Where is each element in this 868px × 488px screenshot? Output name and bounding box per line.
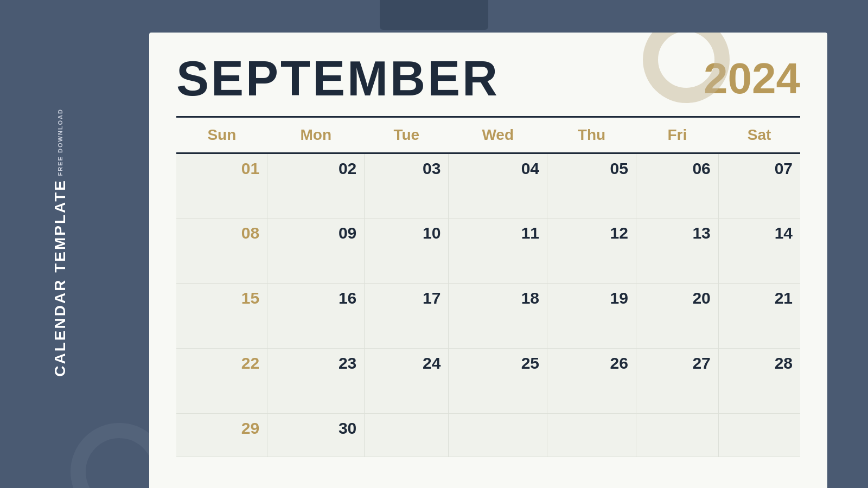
calendar-day-cell: 03 xyxy=(365,153,449,219)
calendar-day-cell: 07 xyxy=(718,153,800,219)
day-number: 17 xyxy=(372,289,441,307)
calendar-day-cell: 06 xyxy=(636,153,718,219)
day-number: 18 xyxy=(456,289,539,307)
day-number: 07 xyxy=(726,159,793,178)
calendar-week-row: 2930 xyxy=(176,414,800,457)
calendar-day-cell: 17 xyxy=(365,284,449,349)
calendar-day-cell: 19 xyxy=(547,284,636,349)
calendar-week-row: 15161718192021 xyxy=(176,284,800,349)
col-header-sun: Sun xyxy=(176,118,267,153)
col-header-mon: Mon xyxy=(267,118,365,153)
calendar-day-cell: 05 xyxy=(547,153,636,219)
day-number: 20 xyxy=(644,289,711,307)
calendar-day-cell: 21 xyxy=(718,284,800,349)
day-number: 28 xyxy=(726,354,793,373)
calendar-week-row: 22232425262728 xyxy=(176,349,800,414)
day-number: 04 xyxy=(456,159,539,178)
top-tab-decoration xyxy=(380,0,488,30)
calendar-paper: SEPTEMBER 2024 Sun Mon Tue Wed Thu Fri S… xyxy=(149,33,827,488)
day-number: 03 xyxy=(372,159,441,178)
day-number: 11 xyxy=(456,224,539,242)
day-number: 08 xyxy=(184,224,259,242)
calendar-day-cell: 11 xyxy=(449,219,547,284)
calendar-day-cell xyxy=(365,414,449,457)
calendar-day-cell: 13 xyxy=(636,219,718,284)
calendar-day-cell: 01 xyxy=(176,153,267,219)
calendar-day-cell: 30 xyxy=(267,414,365,457)
day-number: 26 xyxy=(555,354,628,373)
days-of-week-row: Sun Mon Tue Wed Thu Fri Sat xyxy=(176,118,800,153)
calendar-day-cell: 16 xyxy=(267,284,365,349)
calendar-day-cell xyxy=(449,414,547,457)
calendar-day-cell xyxy=(718,414,800,457)
calendar-day-cell: 10 xyxy=(365,219,449,284)
calendar-day-cell: 09 xyxy=(267,219,365,284)
calendar-day-cell xyxy=(636,414,718,457)
sidebar: FREE DOWNLOAD CALENDAR TEMPLATE xyxy=(52,108,69,377)
col-header-thu: Thu xyxy=(547,118,636,153)
calendar-day-cell: 04 xyxy=(449,153,547,219)
calendar-day-cell: 27 xyxy=(636,349,718,414)
calendar-day-cell: 24 xyxy=(365,349,449,414)
day-number: 10 xyxy=(372,224,441,242)
calendar-day-cell: 28 xyxy=(718,349,800,414)
calendar-day-cell: 02 xyxy=(267,153,365,219)
day-number: 22 xyxy=(184,354,259,373)
day-number: 15 xyxy=(184,289,259,307)
col-header-tue: Tue xyxy=(365,118,449,153)
calendar-week-row: 08091011121314 xyxy=(176,219,800,284)
col-header-fri: Fri xyxy=(636,118,718,153)
calendar-day-cell: 20 xyxy=(636,284,718,349)
day-number: 24 xyxy=(372,354,441,373)
day-number: 29 xyxy=(184,419,259,438)
col-header-sat: Sat xyxy=(718,118,800,153)
calendar-day-cell: 25 xyxy=(449,349,547,414)
day-number: 06 xyxy=(644,159,711,178)
day-number: 21 xyxy=(726,289,793,307)
day-number: 09 xyxy=(275,224,356,242)
calendar-day-cell: 29 xyxy=(176,414,267,457)
day-number: 25 xyxy=(456,354,539,373)
day-number: 12 xyxy=(555,224,628,242)
calendar-day-cell: 18 xyxy=(449,284,547,349)
calendar-day-cell xyxy=(547,414,636,457)
sidebar-free-download-label: FREE DOWNLOAD xyxy=(57,108,63,176)
day-number: 30 xyxy=(275,419,356,438)
day-number: 01 xyxy=(184,159,259,178)
month-title: SEPTEMBER xyxy=(176,54,500,103)
sidebar-calendar-template-label: CALENDAR TEMPLATE xyxy=(52,179,69,377)
calendar-day-cell: 26 xyxy=(547,349,636,414)
day-number: 05 xyxy=(555,159,628,178)
calendar-day-cell: 15 xyxy=(176,284,267,349)
day-number: 23 xyxy=(275,354,356,373)
col-header-wed: Wed xyxy=(449,118,547,153)
calendar-table: Sun Mon Tue Wed Thu Fri Sat 010203040506… xyxy=(176,118,800,457)
day-number: 14 xyxy=(726,224,793,242)
day-number: 16 xyxy=(275,289,356,307)
calendar-day-cell: 22 xyxy=(176,349,267,414)
calendar-week-row: 01020304050607 xyxy=(176,153,800,219)
calendar-day-cell: 08 xyxy=(176,219,267,284)
day-number: 19 xyxy=(555,289,628,307)
calendar-day-cell: 12 xyxy=(547,219,636,284)
day-number: 02 xyxy=(275,159,356,178)
calendar-day-cell: 14 xyxy=(718,219,800,284)
day-number: 13 xyxy=(644,224,711,242)
calendar-day-cell: 23 xyxy=(267,349,365,414)
day-number: 27 xyxy=(644,354,711,373)
